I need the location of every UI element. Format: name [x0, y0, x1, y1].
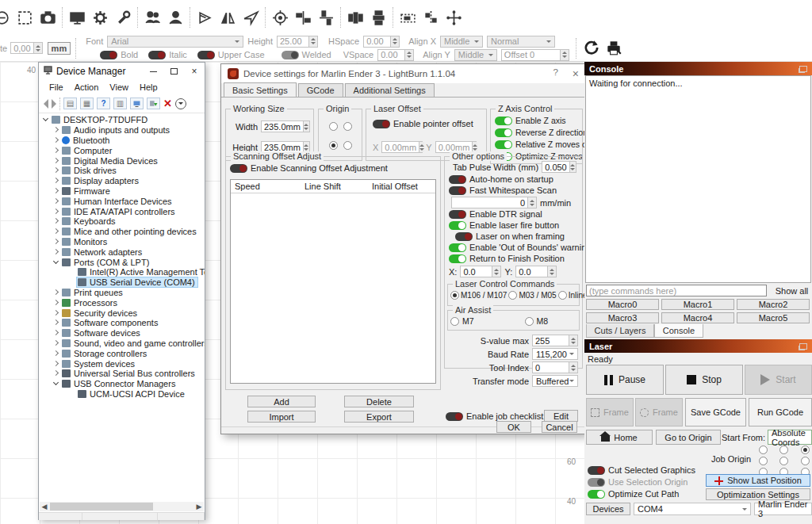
expander-icon[interactable]	[52, 136, 61, 144]
expander-icon[interactable]	[52, 289, 61, 296]
align-horizontal-icon[interactable]	[294, 9, 312, 26]
devices-button[interactable]: Devices	[586, 503, 630, 515]
height-spinner[interactable]: 25.00	[277, 36, 318, 48]
offset-spinner[interactable]: Offset 0	[501, 49, 569, 61]
pointer-offset-toggle[interactable]	[373, 120, 390, 128]
home-button[interactable]: Home	[586, 430, 653, 445]
expander-icon[interactable]	[52, 339, 61, 347]
snap-icon[interactable]	[422, 9, 439, 26]
tree-item[interactable]: Storage controllers	[39, 348, 205, 358]
distribute-horizontal-icon[interactable]	[347, 9, 364, 26]
menu-action[interactable]: Action	[69, 82, 105, 92]
vspace-spinner[interactable]: 0.00	[377, 49, 414, 61]
wrench-icon[interactable]	[114, 9, 132, 26]
job-origin-tl[interactable]	[759, 446, 768, 454]
port-select[interactable]: COM4	[634, 503, 751, 515]
zoom-out-icon[interactable]	[0, 9, 10, 26]
tree-item[interactable]: System devices	[39, 358, 205, 369]
tree-item[interactable]: Software devices	[39, 328, 205, 338]
forward-icon[interactable]	[52, 99, 56, 109]
alignx-select[interactable]: Middle	[440, 36, 483, 48]
device-select[interactable]: Marlin Ender 3	[754, 503, 812, 515]
frame-square-button[interactable]: Frame	[586, 398, 634, 426]
console-log[interactable]: Waiting for connection...	[585, 75, 811, 283]
camera-icon[interactable]	[39, 9, 56, 26]
show-last-position-button[interactable]: Show Last Position	[706, 474, 810, 487]
menu-view[interactable]: View	[104, 82, 134, 92]
monitor-icon[interactable]	[130, 98, 144, 109]
origin-top-right-radio[interactable]	[343, 122, 352, 131]
tree-item[interactable]: Audio inputs and outputs	[39, 125, 205, 136]
welded-toggle[interactable]: Welded	[282, 50, 331, 59]
group-users-icon[interactable]	[144, 9, 161, 26]
tree-item[interactable]: Sound, video and game controllers	[39, 338, 205, 349]
tree-item[interactable]: Network adapters	[39, 247, 205, 257]
scanning-offset-toggle[interactable]	[230, 164, 247, 173]
tab-pulse-field[interactable]: 0.050	[542, 161, 576, 173]
skew-icon[interactable]	[242, 9, 259, 26]
expander-icon[interactable]	[52, 208, 61, 216]
expander-icon[interactable]	[52, 350, 61, 358]
console-command-input[interactable]	[586, 285, 767, 296]
job-origin-mr[interactable]	[801, 457, 810, 465]
monitor-icon[interactable]	[68, 9, 86, 26]
tree-item[interactable]: Software components	[39, 318, 205, 328]
expander-icon[interactable]	[52, 157, 61, 165]
macro1-button[interactable]: Macro1	[661, 299, 734, 310]
tab-cuts-layers[interactable]: Cuts / Layers	[586, 324, 654, 338]
expander-icon[interactable]	[52, 360, 61, 368]
bold-toggle[interactable]: Bold	[100, 50, 138, 59]
tree-item[interactable]: Processors	[39, 297, 205, 308]
expander-icon[interactable]	[52, 197, 61, 205]
scrollbar-thumb[interactable]	[50, 503, 153, 511]
print-icon[interactable]	[605, 39, 622, 58]
optimize-cut-path-toggle[interactable]	[588, 490, 605, 499]
expander-icon[interactable]	[52, 166, 61, 174]
edit-button[interactable]: Edit	[544, 410, 578, 422]
frame-circle-button[interactable]: Frame	[635, 398, 683, 426]
svalue-field[interactable]: 255	[532, 335, 578, 346]
start-from-select[interactable]: Absolute Coords	[768, 430, 812, 445]
expander-icon[interactable]	[52, 319, 61, 327]
expander-icon[interactable]	[52, 309, 61, 317]
expander-icon[interactable]	[52, 187, 61, 195]
expander-icon[interactable]	[52, 126, 61, 134]
tool-index-field[interactable]: 0	[532, 361, 578, 373]
minimize-button[interactable]	[143, 63, 163, 80]
inline-radio[interactable]	[558, 291, 567, 300]
menu-file[interactable]: File	[44, 82, 69, 92]
list-view-icon[interactable]: ▤	[63, 98, 77, 109]
aligny-select[interactable]: Middle	[454, 49, 497, 61]
tree-item[interactable]: Human Interface Devices	[39, 196, 205, 206]
rotate-spinner[interactable]: 0,00	[10, 42, 42, 54]
update-driver-icon[interactable]	[147, 98, 160, 109]
tree-item[interactable]: Digital Media Devices	[39, 155, 205, 166]
scan-hardware-icon[interactable]	[175, 98, 186, 109]
help-icon[interactable]: ?	[97, 98, 110, 109]
expander-icon[interactable]	[52, 248, 61, 256]
maximize-button[interactable]	[163, 63, 184, 80]
tree-item[interactable]: Disk drives	[39, 166, 205, 176]
tree-item[interactable]: Security devices	[39, 308, 205, 318]
m7-radio[interactable]	[450, 317, 459, 326]
tab-console[interactable]: Console	[654, 324, 703, 338]
scroll-right-icon[interactable]: ▶	[194, 503, 204, 511]
distribute-vertical-icon[interactable]	[370, 9, 387, 26]
macro2-button[interactable]: Macro2	[737, 299, 810, 310]
target-icon[interactable]	[271, 9, 289, 26]
finish-y-field[interactable]: 0.0	[515, 266, 557, 277]
auto-home-toggle[interactable]	[449, 175, 466, 184]
device-manager-titlebar[interactable]: Device Manager ×	[39, 63, 205, 80]
expander-icon[interactable]	[41, 116, 51, 124]
job-origin-tr[interactable]	[801, 446, 810, 454]
grid-view-icon[interactable]: ▦	[80, 98, 94, 109]
macro3-button[interactable]: Macro3	[586, 312, 659, 323]
job-checklist-toggle[interactable]	[446, 412, 463, 421]
dock-icon[interactable]	[399, 9, 416, 26]
user-icon[interactable]	[167, 9, 184, 26]
select-icon[interactable]	[16, 9, 33, 26]
tree-item[interactable]: USB Connector Managers	[39, 379, 205, 389]
expander-icon[interactable]	[52, 329, 61, 337]
back-icon[interactable]	[44, 99, 48, 109]
expander-icon[interactable]	[52, 380, 61, 388]
